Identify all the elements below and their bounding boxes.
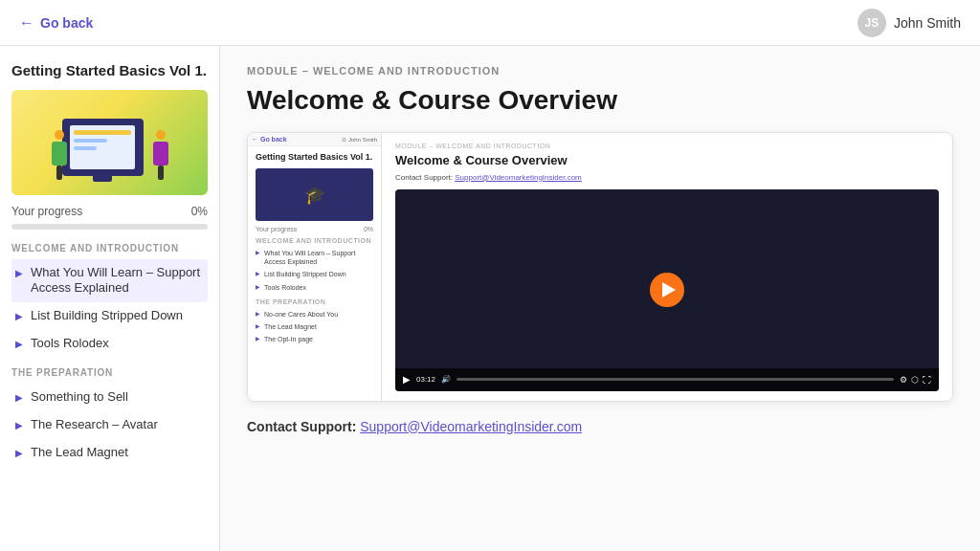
arrow-icon: ▶	[15, 310, 23, 322]
sidebar-item-something-to-sell[interactable]: ▶ Something to Sell	[11, 384, 208, 411]
preview-sidebar: ← Go back ⊙ John Smith Getting Started B…	[248, 133, 382, 401]
sidebar-item-tools-rolodex[interactable]: ▶ Tools Rolodex	[11, 330, 208, 358]
sidebar-item-label: What You Will Learn – Support Access Exp…	[31, 265, 204, 298]
content-area: MODULE – WELCOME AND INTRODUCTION Welcom…	[220, 46, 980, 551]
preview-volume-icon[interactable]: 🔊	[441, 375, 451, 384]
preview-contact-email-link[interactable]: Support@VideomarketingInsider.com	[455, 173, 582, 182]
preview-section-label-welcome: WELCOME AND INTRODUCTION	[256, 237, 373, 244]
preview-module-label: MODULE – WELCOME AND INTRODUCTION	[395, 143, 939, 149]
preview-share-icon[interactable]: ⬡	[911, 375, 919, 385]
arrow-icon: ▶	[15, 391, 23, 404]
arrow-icon: ▶	[15, 267, 23, 279]
preview-arrow-icon: ▶	[256, 250, 260, 257]
sidebar-item-label: List Building Stripped Down	[31, 308, 183, 324]
preview-section-label-prep: THE PREPARATION	[256, 298, 373, 305]
sidebar-item-label: Something to Sell	[31, 389, 128, 406]
preview-play-button[interactable]	[650, 273, 684, 307]
sidebar: Getting Started Basics Vol 1.	[0, 46, 220, 551]
preview-ctrl-icons: ⚙ ⬡ ⛶	[900, 375, 931, 385]
section-label-preparation: THE PREPARATION	[11, 367, 208, 378]
content-title: Welcome & Course Overview	[247, 84, 953, 117]
preview-arrow-icon: ▶	[256, 323, 260, 331]
top-navigation: ← Go back JS John Smith	[0, 0, 980, 46]
preview-video-controls: ▶ 03:12 🔊 ⚙ ⬡ ⛶	[395, 368, 939, 391]
sidebar-item-the-research[interactable]: ▶ The Research – Avatar	[11, 411, 208, 439]
sidebar-item-label: The Research – Avatar	[31, 417, 158, 433]
preview-progress-label: Your progress	[256, 226, 297, 232]
preview-card: ← Go back ⊙ John Smith Getting Started B…	[247, 132, 953, 402]
arrow-icon: ▶	[15, 338, 23, 350]
avatar: JS	[858, 9, 886, 37]
sidebar-item-lead-magnet[interactable]: ▶ The Lead Magnet	[11, 439, 208, 467]
graduation-cap-icon: 🎓	[304, 185, 325, 206]
preview-content-title: Welcome & Course Overview	[395, 153, 939, 167]
back-arrow-icon: ←	[19, 14, 34, 32]
progress-bar	[11, 224, 208, 230]
sidebar-item-label: Tools Rolodex	[31, 336, 109, 352]
preview-thumbnail: 🎓	[256, 168, 373, 221]
preview-video-container: ▶ 03:12 🔊 ⚙ ⬡ ⛶	[395, 189, 939, 391]
module-label: MODULE – WELCOME AND INTRODUCTION	[247, 65, 953, 77]
preview-contact: Contact Support: Support@VideomarketingI…	[395, 173, 939, 182]
user-initials: JS	[865, 16, 880, 30]
arrow-icon: ▶	[15, 447, 23, 459]
preview-settings-icon[interactable]: ⚙	[900, 375, 907, 385]
preview-item-1: ▶ What You Will Learn – Support Access E…	[256, 247, 373, 268]
main-container: Getting Started Basics Vol 1.	[0, 46, 980, 551]
sidebar-item-list-building[interactable]: ▶ List Building Stripped Down	[11, 302, 208, 330]
preview-progress-value: 0%	[364, 226, 373, 232]
preview-sidebar-course-title: Getting Started Basics Vol 1.	[256, 152, 373, 164]
progress-value: 0%	[191, 205, 208, 218]
contact-email-link[interactable]: Support@VideomarketingInsider.com	[360, 419, 582, 434]
preview-content: MODULE – WELCOME AND INTRODUCTION Welcom…	[382, 133, 952, 401]
user-profile: JS John Smith	[858, 9, 961, 37]
preview-progress-row: Your progress 0%	[256, 226, 373, 232]
preview-play-icon[interactable]: ▶	[403, 374, 411, 385]
preview-item-5: ▶ The Lead Magnet	[256, 320, 373, 333]
sidebar-item-what-you-will-learn[interactable]: ▶ What You Will Learn – Support Access E…	[11, 259, 208, 303]
preview-arrow-icon: ▶	[256, 284, 260, 292]
section-label-welcome: WELCOME AND INTRODUCTION	[11, 243, 208, 253]
arrow-icon: ▶	[15, 419, 23, 431]
progress-row: Your progress 0%	[11, 205, 208, 218]
preview-arrow-icon: ▶	[256, 336, 260, 343]
preview-item-6: ▶ The Opt-In page	[256, 333, 373, 345]
sidebar-thumbnail	[11, 90, 208, 195]
contact-label: Contact Support:	[247, 419, 356, 434]
contact-support: Contact Support: Support@VideomarketingI…	[247, 419, 953, 434]
preview-progress-track[interactable]	[457, 378, 894, 381]
go-back-label: Go back	[40, 15, 93, 31]
play-icon	[662, 282, 676, 298]
go-back-link[interactable]: ← Go back	[19, 14, 93, 32]
progress-label: Your progress	[11, 205, 82, 218]
sidebar-item-label: The Lead Magnet	[31, 445, 128, 461]
preview-fullscreen-icon[interactable]: ⛶	[923, 375, 931, 385]
preview-video-time: 03:12	[416, 375, 435, 384]
preview-item-4: ▶ No-one Cares About You	[256, 308, 373, 320]
user-name: John Smith	[894, 15, 961, 31]
sidebar-course-title: Getting Started Basics Vol 1.	[11, 61, 208, 80]
preview-item-2: ▶ List Building Stripped Down	[256, 268, 373, 280]
preview-arrow-icon: ▶	[256, 271, 260, 278]
preview-item-3: ▶ Tools Rolodex	[256, 281, 373, 294]
preview-arrow-icon: ▶	[256, 311, 260, 319]
